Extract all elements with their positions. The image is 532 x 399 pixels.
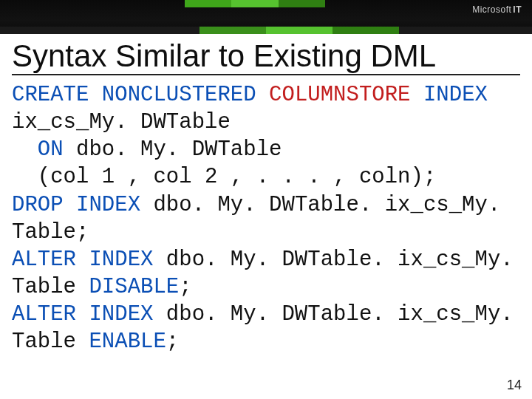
accent-seg — [0, 27, 66, 34]
accent-seg — [231, 0, 278, 7]
kw-alter: ALTER — [12, 302, 76, 327]
accent-seg — [332, 27, 399, 34]
code-text: ; — [179, 275, 191, 299]
accent-top — [185, 0, 325, 7]
accent-seg — [279, 0, 325, 7]
code-block: CREATE NONCLUSTERED COLUMNSTORE INDEX ix… — [12, 81, 520, 355]
accent-seg — [185, 0, 231, 7]
kw-on: ON — [38, 137, 64, 162]
code-text: ix_cs_My. DWTable — [12, 110, 231, 134]
page-number: 14 — [507, 378, 522, 393]
kw-alter: ALTER — [12, 248, 76, 272]
accent-seg — [266, 27, 332, 34]
kw-index: INDEX — [89, 302, 153, 327]
code-text: (col 1 , col 2 , . . . , coln); — [12, 165, 436, 189]
kw-columnstore: COLUMNSTORE — [269, 83, 410, 107]
kw-nonclustered: NONCLUSTERED — [102, 83, 256, 107]
accent-seg — [200, 27, 266, 34]
kw-drop: DROP — [12, 193, 64, 217]
brand-unit: IT — [513, 4, 522, 15]
header-band: MicrosoftIT — [0, 0, 532, 34]
page-title: Syntax Similar to Existing DML — [12, 40, 520, 75]
code-text: dbo. My. DWTable — [64, 137, 282, 162]
kw-create: CREATE — [12, 83, 89, 107]
brand-name: Microsoft — [472, 4, 511, 15]
code-text: ; — [166, 330, 179, 354]
kw-index: INDEX — [76, 193, 140, 217]
kw-enable: ENABLE — [89, 330, 166, 354]
kw-index: INDEX — [423, 83, 488, 107]
accent-seg — [66, 27, 133, 34]
kw-index: INDEX — [89, 248, 153, 272]
accent-seg — [399, 27, 466, 34]
accent-seg — [133, 27, 200, 34]
accent-bottom — [0, 27, 532, 34]
kw-disable: DISABLE — [89, 275, 179, 299]
code-text — [12, 137, 38, 162]
brand: MicrosoftIT — [472, 4, 522, 15]
accent-seg — [466, 27, 532, 34]
